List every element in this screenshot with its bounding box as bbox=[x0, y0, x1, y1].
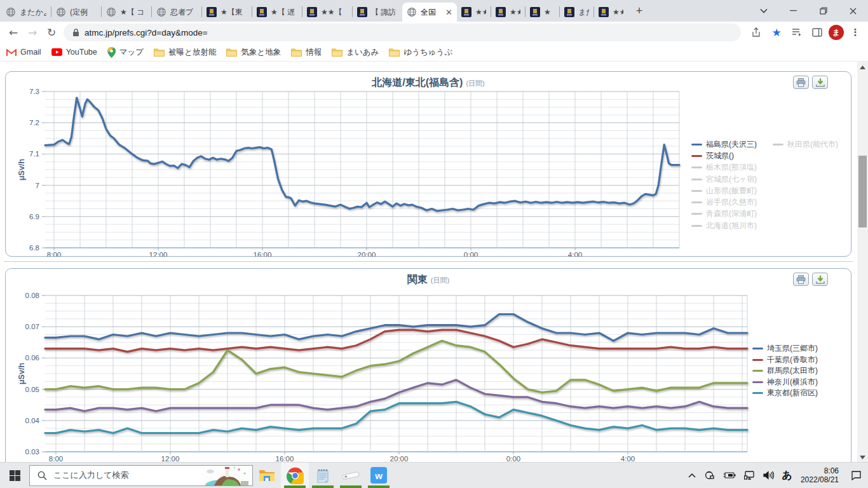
legend-label: 宮城県(七ヶ宿) bbox=[706, 174, 757, 185]
legend-dash-icon bbox=[691, 166, 702, 168]
file-explorer-icon[interactable] bbox=[253, 463, 281, 488]
bookmark-item[interactable]: ゆうちゅうぶ bbox=[389, 47, 452, 58]
meet-now-icon[interactable] bbox=[704, 471, 715, 480]
legend-item[interactable]: 茨城県() bbox=[691, 150, 757, 161]
legend-item[interactable]: 栃木県(那須塩) bbox=[691, 162, 757, 173]
bookmark-label: マップ bbox=[119, 47, 144, 58]
folder-icon bbox=[332, 48, 342, 57]
bookmark-item[interactable]: まいあみ bbox=[332, 47, 379, 58]
address-bar[interactable]: atmc.jp/prefs.cgi?d=day&mode= bbox=[64, 24, 741, 41]
stylus-device-icon[interactable] bbox=[337, 463, 365, 488]
share-icon[interactable] bbox=[747, 24, 765, 41]
browser-tab[interactable]: ★★【 bbox=[302, 3, 352, 22]
chart-legend: 秋田県(能代市) bbox=[773, 139, 838, 150]
close-window-button[interactable] bbox=[838, 0, 868, 22]
legend-label: 埼玉県(三郷市) bbox=[767, 343, 818, 354]
legend-item[interactable]: 山形県(飯豊町) bbox=[691, 185, 757, 196]
legend-item[interactable]: 北海道(旭川市) bbox=[691, 220, 757, 231]
download-chart-button[interactable] bbox=[812, 76, 828, 89]
reading-list-icon[interactable] bbox=[788, 24, 806, 41]
legend-item[interactable]: 岩手県(久慈市) bbox=[691, 196, 757, 208]
restore-button[interactable] bbox=[808, 0, 838, 22]
browser-tab[interactable]: またかよ bbox=[1, 3, 51, 22]
url-text: atmc.jp/prefs.cgi?d=day&mode= bbox=[85, 28, 208, 37]
notepad-icon[interactable] bbox=[309, 463, 337, 488]
menu-kebab-icon[interactable]: ⋮ bbox=[846, 24, 864, 41]
forward-button[interactable]: → bbox=[23, 23, 42, 42]
scrollbar-thumb[interactable] bbox=[858, 156, 867, 227]
print-chart-button[interactable] bbox=[793, 76, 809, 89]
legend-item[interactable]: 東京都(新宿区) bbox=[752, 388, 818, 399]
chart-legend: 福島県(夫沢三)茨城県()栃木県(那須塩)宮城県(七ヶ宿)山形県(飯豊町)岩手県… bbox=[691, 139, 757, 231]
browser-tab[interactable]: (定例 bbox=[51, 3, 101, 22]
browser-tab[interactable]: ★【 コ bbox=[102, 3, 151, 22]
browser-tab-strip: またかよ(定例★【 コ忍者ブ★【東★【 遅★★【【 諏訪全国✕★★【★★【★【ま… bbox=[0, 0, 868, 22]
print-chart-button[interactable] bbox=[793, 273, 809, 286]
legend-item[interactable]: 埼玉県(三郷市) bbox=[752, 343, 818, 355]
legend-item[interactable]: 福島県(夫沢三) bbox=[691, 139, 757, 150]
download-chart-button[interactable] bbox=[812, 273, 828, 286]
legend-item[interactable]: 群馬県(太田市) bbox=[752, 365, 818, 377]
bookmark-item[interactable]: マップ bbox=[107, 47, 144, 58]
browser-tab-active[interactable]: 全国✕ bbox=[402, 3, 457, 22]
w-app-icon[interactable]: w bbox=[365, 463, 393, 488]
minimize-button[interactable] bbox=[778, 0, 808, 22]
board-favicon-icon bbox=[257, 7, 267, 17]
y-axis-title: μSv/h bbox=[17, 363, 26, 384]
browser-tab[interactable]: ★★【 bbox=[594, 3, 628, 22]
tab-close-icon[interactable]: ✕ bbox=[445, 8, 452, 17]
search-placeholder: ここに入力して検索 bbox=[53, 470, 129, 481]
side-panel-icon[interactable] bbox=[808, 24, 826, 41]
legend-label: 福島県(夫沢三) bbox=[706, 139, 757, 150]
browser-tab[interactable]: ★【 遅 bbox=[252, 3, 302, 22]
bookmark-item[interactable]: 情報 bbox=[291, 47, 322, 58]
battery-icon[interactable] bbox=[723, 471, 736, 479]
tab-search-chevron-icon[interactable] bbox=[749, 0, 778, 22]
scroll-up-arrow[interactable] bbox=[857, 62, 868, 72]
browser-tab[interactable]: 【 諏訪 bbox=[353, 3, 402, 22]
new-tab-button[interactable]: + bbox=[630, 2, 648, 20]
profile-avatar[interactable]: ま bbox=[829, 25, 844, 40]
taskbar-search-box[interactable]: ここに入力して検索 bbox=[29, 465, 253, 486]
browser-tab[interactable]: また bbox=[560, 3, 593, 22]
bookmark-item[interactable]: YouTube bbox=[51, 48, 97, 57]
globe-favicon-icon bbox=[6, 7, 16, 17]
tab-title: またかよ bbox=[20, 7, 46, 18]
legend-item[interactable]: 神奈川(横浜市) bbox=[752, 377, 818, 388]
legend-item[interactable]: 秋田県(能代市) bbox=[773, 139, 838, 150]
back-button[interactable]: ← bbox=[4, 23, 23, 42]
network-icon[interactable] bbox=[744, 471, 755, 480]
browser-tab[interactable]: ★【東 bbox=[202, 3, 252, 22]
legend-item[interactable]: 青森県(深浦町) bbox=[691, 208, 757, 220]
legend-dash-icon bbox=[752, 381, 763, 383]
chart-export-buttons bbox=[793, 273, 828, 286]
browser-tab[interactable]: ★【 bbox=[526, 3, 559, 22]
legend-item[interactable]: 宮城県(七ヶ宿) bbox=[691, 173, 757, 185]
bookmark-item[interactable]: 気象と地象 bbox=[226, 47, 281, 58]
taskbar-clock[interactable]: 8:06 2022/08/21 bbox=[801, 466, 839, 484]
page-scrollbar[interactable] bbox=[857, 62, 868, 463]
legend-label: 群馬県(太田市) bbox=[767, 365, 818, 376]
tray-expand-chevron-icon[interactable] bbox=[688, 473, 696, 478]
lock-icon[interactable] bbox=[72, 29, 79, 37]
series-line bbox=[45, 380, 747, 411]
scroll-down-arrow[interactable] bbox=[857, 452, 868, 463]
action-center-icon[interactable] bbox=[851, 470, 862, 480]
bookmark-star-icon[interactable]: ★ bbox=[768, 24, 785, 41]
ime-indicator[interactable]: あ bbox=[782, 469, 792, 482]
x-axis-tick-label: 12:00 bbox=[149, 251, 168, 257]
browser-tab[interactable]: ★★【 bbox=[491, 3, 525, 22]
globe-favicon-icon bbox=[106, 7, 116, 17]
browser-tab[interactable]: ★★【 bbox=[457, 3, 491, 22]
chrome-taskbar-icon[interactable] bbox=[281, 463, 309, 488]
chart-title-text: 関東 bbox=[407, 274, 428, 285]
browser-tab[interactable]: 忍者ブ bbox=[152, 3, 201, 22]
reload-button[interactable]: ↻ bbox=[42, 23, 61, 42]
volume-icon[interactable] bbox=[763, 471, 774, 480]
bookmark-item[interactable]: 被曝と放射能 bbox=[154, 47, 216, 58]
bookmark-item[interactable]: Gmail bbox=[6, 48, 41, 57]
start-button[interactable] bbox=[0, 463, 29, 488]
legend-item[interactable]: 千葉県(香取市) bbox=[752, 355, 818, 366]
tab-title: ★★【 bbox=[321, 7, 348, 18]
folder-icon bbox=[154, 48, 165, 57]
